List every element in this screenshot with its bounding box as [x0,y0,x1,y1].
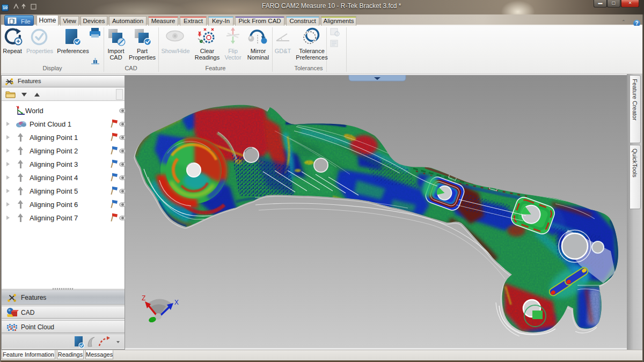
svg-text:Z: Z [142,294,145,302]
svg-text:X: X [174,299,179,306]
